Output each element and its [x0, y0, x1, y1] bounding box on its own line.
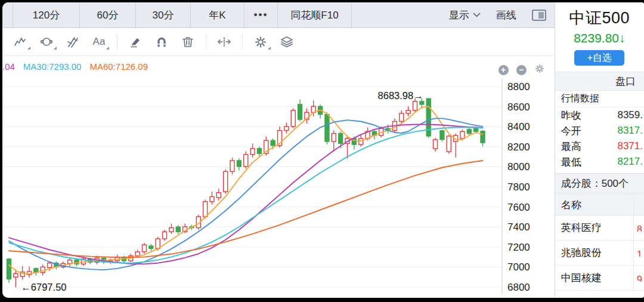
svg-text:8400: 8400	[507, 121, 530, 132]
candlestick-chart[interactable]: 8800860084008200800078007600740072007000…	[2, 56, 557, 298]
topbar-spacer	[352, 2, 449, 27]
more-periods-button[interactable]: •••	[244, 2, 278, 27]
add-watchlist-button[interactable]: +自选	[574, 50, 624, 66]
last-price: 8239.80↓	[555, 31, 644, 45]
trend-line-tool-button[interactable]	[7, 32, 33, 52]
svg-text:8200: 8200	[507, 141, 530, 153]
tab-ths-f10[interactable]: 同花顺F10	[278, 2, 352, 27]
stock-list-header: 名称	[555, 194, 644, 215]
chevron-down-icon	[473, 13, 481, 17]
svg-text:8683.98→: 8683.98→	[378, 90, 423, 101]
stock-row[interactable]: 英科医疗 8	[555, 215, 644, 241]
quote-label: 最低	[561, 155, 581, 169]
dropdown-corner-icon	[106, 47, 109, 50]
tab-30min[interactable]: 30分	[136, 2, 191, 27]
drawing-toolbar: Aa	[2, 28, 555, 56]
svg-text:8800: 8800	[507, 81, 530, 93]
quote-label: 昨收	[561, 109, 581, 122]
pitchfork-icon	[66, 36, 79, 48]
quote-row-prev-close: 昨收 8359.	[555, 107, 644, 123]
quote-value: 8217.	[617, 156, 643, 168]
column-divider	[633, 241, 634, 265]
chart-area[interactable]: .04 MA30:7293.00 MA60:7126.09 + −	[2, 56, 555, 298]
zoom-out-button[interactable]: −	[516, 65, 527, 75]
quote-row-high: 最高 8371.	[555, 138, 644, 154]
svg-text:6800: 6800	[507, 282, 530, 293]
display-dropdown[interactable]: 显示	[449, 8, 481, 22]
brush-icon	[129, 36, 142, 48]
constituents-row: 成分股：500个	[555, 173, 644, 193]
dropdown-corner-icon	[54, 47, 57, 50]
dropdown-corner-icon	[27, 47, 30, 50]
trend-line-icon	[14, 36, 27, 48]
symbol-name: 中证500	[555, 7, 644, 29]
ellipse-icon	[40, 36, 53, 48]
toolbar-divider	[117, 34, 117, 50]
trash-icon	[181, 36, 194, 48]
gear-icon	[254, 36, 267, 48]
ma60-label: MA60:7126.09	[89, 61, 148, 72]
svg-text:7200: 7200	[507, 242, 530, 253]
chart-pane: 120分 60分 30分 年K ••• 同花顺F10 显示 画线	[2, 2, 555, 298]
horizontal-expand-tool-button[interactable]	[211, 32, 237, 52]
drawline-button[interactable]: 画线	[496, 8, 516, 22]
text-tool-button[interactable]: Aa	[86, 32, 112, 52]
toolbar-divider	[206, 34, 206, 50]
stock-name: 兆驰股份	[561, 246, 602, 260]
quote-row-low: 最低 8217.	[555, 154, 644, 170]
side-panel-toggle-icon[interactable]	[532, 10, 546, 21]
svg-text:8000: 8000	[507, 161, 530, 172]
stock-row[interactable]: 中国核建 9	[555, 266, 644, 291]
drawline-label: 画线	[496, 8, 516, 22]
quote-value: 8317.	[617, 125, 643, 137]
zoom-in-button[interactable]: +	[499, 65, 509, 75]
tab-pankou[interactable]: 盘口	[555, 72, 644, 91]
tab-partial[interactable]	[2, 2, 13, 27]
brush-tool-button[interactable]	[122, 32, 148, 52]
column-divider	[633, 266, 634, 290]
quote-side-panel: 中证500 8239.80↓ +自选 盘口 行情数据 昨收 8359. 今开 8…	[555, 2, 644, 298]
clipped-price-text: 1	[637, 249, 642, 257]
dropdown-corner-icon	[268, 47, 271, 50]
toolbar-divider	[242, 34, 243, 50]
quote-value: 8371.	[617, 140, 643, 152]
column-divider	[633, 195, 634, 215]
tab-60min[interactable]: 60分	[80, 2, 136, 27]
chart-zoom-controls: + −	[499, 63, 545, 76]
text-tool-label: Aa	[93, 36, 106, 48]
quote-row-open: 今开 8317.	[555, 123, 644, 138]
svg-text:←6797.50: ←6797.50	[21, 282, 66, 292]
stock-name: 英科医疗	[561, 221, 602, 235]
settings-tool-button[interactable]	[247, 32, 274, 52]
tab-120min[interactable]: 120分	[13, 2, 80, 27]
svg-text:7800: 7800	[507, 181, 530, 193]
clipped-price-text: 8	[637, 224, 642, 232]
quote-label: 最高	[561, 140, 581, 153]
topbar-right-group: 显示 画线	[449, 2, 555, 27]
svg-text:7000: 7000	[507, 261, 530, 273]
display-label: 显示	[449, 8, 469, 22]
name-column-header: 名称	[561, 198, 581, 212]
side-panel-toggle-fill	[538, 12, 544, 19]
tab-year-k[interactable]: 年K	[191, 2, 244, 27]
clipped-price-text: 9	[637, 275, 642, 282]
delete-tool-button[interactable]	[175, 32, 201, 52]
svg-text:7400: 7400	[507, 221, 530, 233]
pitchfork-tool-button[interactable]	[60, 32, 86, 52]
period-tab-bar: 120分 60分 30分 年K ••• 同花顺F10 显示 画线	[2, 2, 555, 28]
svg-text:7600: 7600	[507, 202, 530, 213]
horizontal-expand-icon	[217, 36, 231, 48]
magnet-icon	[155, 36, 168, 48]
layers-icon	[280, 35, 294, 48]
svg-text:8600: 8600	[507, 101, 530, 113]
stock-name: 中国核建	[561, 271, 602, 285]
chart-settings-button[interactable]	[534, 63, 545, 76]
market-data-section-label: 行情数据	[555, 91, 644, 107]
stock-row[interactable]: 兆驰股份 1	[555, 241, 644, 266]
magnet-tool-button[interactable]	[148, 32, 175, 52]
ellipse-tool-button[interactable]	[33, 32, 60, 52]
layers-tool-button[interactable]	[274, 32, 300, 52]
ma-indicator-labels: .04 MA30:7293.00 MA60:7126.09	[2, 61, 148, 72]
gear-icon	[534, 63, 545, 74]
app-window: 120分 60分 30分 年K ••• 同花顺F10 显示 画线	[2, 2, 644, 298]
